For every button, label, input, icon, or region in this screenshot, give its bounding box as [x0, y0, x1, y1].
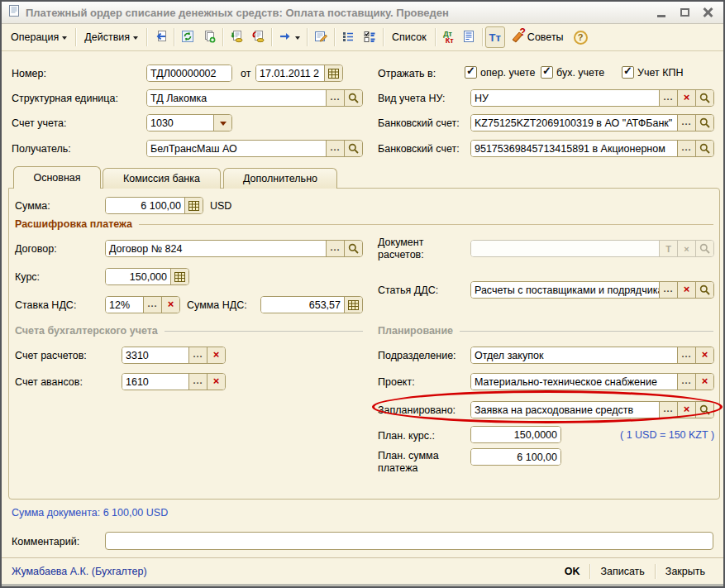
- plan-rate-field[interactable]: 150,0000: [470, 426, 561, 443]
- select-button[interactable]: ...: [326, 241, 344, 256]
- checkbox-box[interactable]: [465, 66, 477, 79]
- tab-additional[interactable]: Дополнительно: [223, 168, 337, 189]
- dds-item-field[interactable]: Расчеты с поставщиками и подрядчиками ..…: [470, 281, 714, 299]
- select-button[interactable]: ...: [659, 282, 677, 298]
- settlement-doc-field[interactable]: T ×: [470, 240, 714, 257]
- select-button[interactable]: ...: [659, 402, 677, 418]
- select-button[interactable]: ...: [659, 90, 677, 106]
- settlement-account-label: Счет расчетов:: [15, 350, 87, 362]
- close-button[interactable]: [699, 5, 717, 20]
- planned-field[interactable]: Заявка на расходование средств ... ×: [470, 401, 714, 418]
- calculator-button[interactable]: [344, 297, 362, 313]
- bank-account-2-field[interactable]: 95175369845713415891 в Акционерном ...: [470, 140, 714, 157]
- contract-field[interactable]: Договор № 824 ...: [105, 240, 363, 257]
- actions-menu-button[interactable]: Действия: [79, 26, 144, 48]
- magnifier-button[interactable]: [695, 90, 713, 106]
- checkbox-box[interactable]: [541, 66, 553, 79]
- magnifier-button[interactable]: [695, 141, 713, 156]
- magnifier-button[interactable]: [695, 241, 713, 256]
- select-button[interactable]: ...: [677, 374, 695, 390]
- payee-field[interactable]: БелТрансМаш АО ...: [146, 140, 363, 157]
- list-button[interactable]: Список: [386, 26, 432, 48]
- vat-rate-field[interactable]: 12% ... ×: [105, 296, 180, 313]
- toolbar-separator: [482, 28, 483, 46]
- clear-button[interactable]: ×: [207, 347, 225, 363]
- checkbox-buh-uchet[interactable]: бух. учете: [541, 66, 604, 79]
- post-document-button[interactable]: [247, 26, 269, 48]
- checkbox-box[interactable]: [622, 66, 634, 79]
- select-button[interactable]: ...: [143, 297, 161, 313]
- number-field[interactable]: ТДЛ00000002: [146, 65, 232, 82]
- structure-button[interactable]: [337, 26, 359, 48]
- magnifier-button[interactable]: [695, 115, 713, 131]
- clear-button[interactable]: ×: [695, 347, 713, 363]
- select-button[interactable]: ...: [188, 347, 207, 363]
- maximize-button[interactable]: [675, 5, 694, 20]
- toolbar-separator: [222, 28, 223, 46]
- select-button[interactable]: ...: [326, 141, 344, 156]
- bank-account-1-field[interactable]: KZ75125KZT2069100319 в АО "АТФБанк" ...: [470, 114, 714, 131]
- edit-document-button[interactable]: [310, 26, 331, 48]
- dropdown-button[interactable]: [213, 115, 231, 131]
- calculator-button[interactable]: [184, 198, 203, 213]
- document-sum-text: Сумма документа: 6 100,00 USD: [12, 507, 168, 519]
- type-button[interactable]: T: [659, 241, 677, 256]
- clear-button[interactable]: ×: [677, 241, 695, 256]
- ok-button[interactable]: OK: [555, 566, 590, 577]
- clear-button[interactable]: ×: [207, 374, 225, 390]
- clear-button[interactable]: ×: [677, 90, 695, 106]
- rate-field[interactable]: 150,000: [105, 268, 189, 285]
- clear-button[interactable]: ×: [677, 402, 695, 418]
- write-document-button[interactable]: [226, 26, 247, 48]
- select-button[interactable]: ...: [677, 347, 695, 363]
- post-document-icon: [251, 30, 265, 45]
- help-button[interactable]: ?: [570, 26, 592, 48]
- select-button[interactable]: ...: [188, 374, 207, 390]
- marks-button[interactable]: [359, 26, 380, 48]
- document-icon: [8, 4, 20, 21]
- tab-bank-commission[interactable]: Комиссия банка: [103, 168, 221, 189]
- account-field[interactable]: 1030: [146, 114, 232, 131]
- save-and-close-button[interactable]: [150, 26, 171, 48]
- nu-kind-field[interactable]: НУ ... ×: [470, 89, 714, 107]
- select-button[interactable]: ...: [677, 115, 695, 131]
- comment-input[interactable]: [105, 532, 713, 550]
- report-button[interactable]: [458, 26, 479, 48]
- magnifier-button[interactable]: [344, 90, 362, 106]
- go-to-button[interactable]: [274, 26, 304, 48]
- date-prefix-label: от: [241, 68, 250, 80]
- plan-sum-field[interactable]: 6 100,00: [470, 448, 561, 466]
- checkbox-uchet-kpn[interactable]: Учет КПН: [622, 66, 683, 79]
- tips-button[interactable]: Советы: [505, 26, 570, 48]
- structural-unit-field[interactable]: ТД Лакомка ...: [146, 89, 363, 107]
- refresh-button[interactable]: [177, 26, 198, 48]
- advance-account-field[interactable]: 1610 ... ×: [122, 373, 226, 390]
- clear-button[interactable]: ×: [695, 374, 713, 390]
- copy-button[interactable]: [198, 26, 220, 48]
- select-button[interactable]: ...: [326, 90, 344, 106]
- department-field[interactable]: Отдел закупок ... ×: [470, 347, 714, 364]
- minimize-button[interactable]: [652, 5, 670, 20]
- select-button[interactable]: ...: [677, 141, 695, 156]
- tax-accounting-toggle-button[interactable]: Тт: [485, 26, 505, 48]
- sum-field[interactable]: 6 100,00: [105, 197, 203, 214]
- magnifier-button[interactable]: [344, 141, 362, 156]
- close-form-button[interactable]: Закрыть: [656, 566, 715, 577]
- date-field[interactable]: 17.01.2011 2: [255, 65, 343, 82]
- clear-button[interactable]: ×: [677, 282, 695, 298]
- clear-button[interactable]: ×: [161, 297, 179, 313]
- write-button[interactable]: Записать: [590, 566, 654, 577]
- magnifier-button[interactable]: [695, 282, 713, 298]
- calculator-button[interactable]: [170, 269, 188, 284]
- calendar-button[interactable]: [324, 65, 342, 81]
- debit-credit-button[interactable]: ДтКт: [438, 26, 458, 48]
- operation-menu-button[interactable]: Операция: [5, 26, 73, 48]
- magnifier-button[interactable]: [344, 241, 362, 256]
- tab-main[interactable]: Основная: [13, 166, 101, 189]
- project-field[interactable]: Материально-техническое снабжение ... ×: [470, 373, 714, 390]
- settlement-account-field[interactable]: 3310 ... ×: [122, 347, 226, 364]
- magnifier-button[interactable]: [695, 402, 713, 418]
- tax-accounting-icon: Тт: [489, 31, 501, 44]
- vat-sum-field[interactable]: 653,57: [260, 296, 363, 313]
- checkbox-oper-uchet[interactable]: опер. учете: [465, 66, 535, 79]
